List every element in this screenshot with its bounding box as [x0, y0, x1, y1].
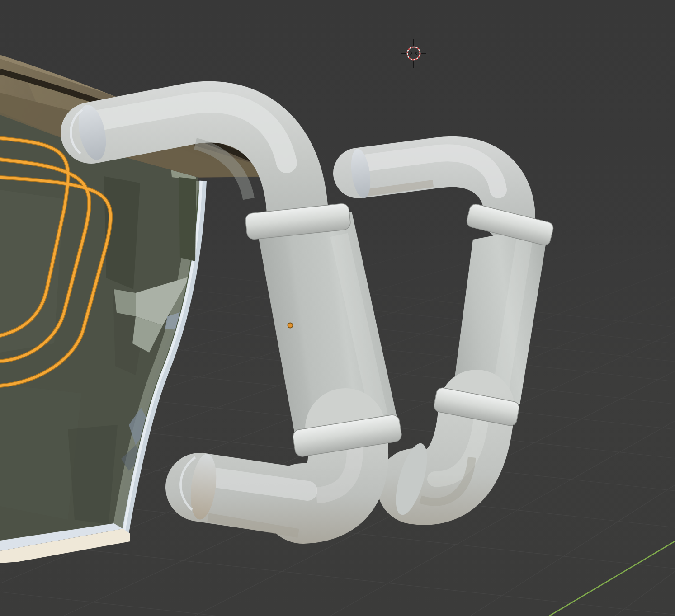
origin-dot [288, 323, 293, 328]
object-origin-marker [288, 323, 293, 328]
shell-facet [0, 384, 81, 520]
shell-facet [0, 190, 63, 353]
viewport-canvas[interactable] [0, 0, 675, 616]
shell-light-facet [114, 289, 136, 316]
shell-pillar [179, 177, 196, 261]
blender-3d-viewport[interactable] [0, 0, 675, 616]
